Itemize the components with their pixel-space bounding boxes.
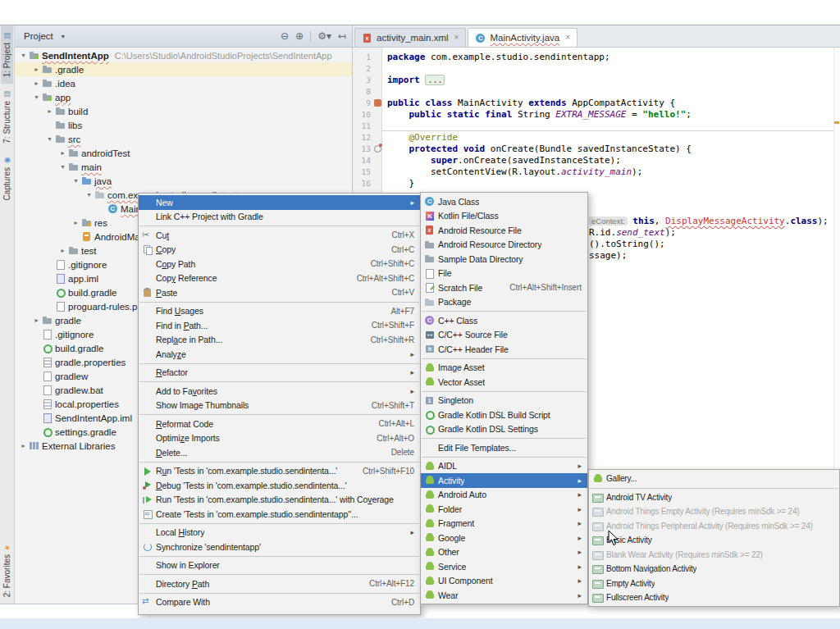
menu-item-android-tv-activity[interactable]: Android TV Activity	[589, 490, 839, 505]
warning-stripe-marker[interactable]	[834, 121, 839, 124]
menu-item-java-class[interactable]: Java Class	[421, 194, 587, 209]
menu-item-c-c-header-file[interactable]: C/C++ Header File	[421, 342, 587, 357]
close-tab-icon[interactable]: ×	[454, 34, 459, 42]
menu-item-basic-activity[interactable]: Basic Activity	[589, 533, 839, 548]
menu-item-c-c-source-file[interactable]: C/C++ Source File	[421, 328, 587, 343]
menu-item-show-in-explorer[interactable]: Show in Explorer	[139, 558, 420, 573]
menu-item-c-class[interactable]: C++ Class	[421, 313, 587, 328]
tree-item-sendintentapp[interactable]: ▾SendIntentAppC:\Users\Studio\AndroidStu…	[15, 48, 352, 62]
menu-item-android-auto[interactable]: Android Auto▸	[421, 488, 587, 503]
tree-item-androidtest[interactable]: ▸androidTest	[15, 146, 352, 160]
tab-activity-main-xml[interactable]: activity_main.xml×	[354, 28, 466, 47]
menu-item-vector-asset[interactable]: Vector Asset	[421, 375, 587, 390]
project-view-dropdown-icon[interactable]: ▾	[62, 33, 65, 40]
menu-item-reformat-code[interactable]: Reformat CodeCtrl+Alt+L	[139, 417, 420, 431]
menu-item-fragment[interactable]: Fragment▸	[421, 517, 587, 531]
menu-item-refactor[interactable]: Refactor▸	[139, 366, 420, 381]
tool-window-button-2-favorites[interactable]: 2: Favorites★	[1, 537, 13, 604]
tree-item-build[interactable]: ▸build	[15, 104, 352, 118]
tab-mainactivity-java[interactable]: MainActivity.java×	[468, 28, 578, 47]
menu-item-kotlin-file-class[interactable]: Kotlin File/Class	[421, 209, 587, 224]
chevron-right-icon[interactable]: ▸	[57, 149, 68, 157]
menu-item-find-usages[interactable]: Find UsagesAlt+F7	[139, 304, 420, 319]
tree-item-java[interactable]: ▾java	[15, 174, 352, 188]
collapse-all-icon[interactable]: ⊖	[281, 30, 289, 42]
chevron-right-icon[interactable]: ▸	[18, 442, 29, 449]
menu-item-activity[interactable]: Activity▸	[421, 473, 587, 488]
menu-item-edit-file-templates[interactable]: Edit File Templates...	[421, 440, 587, 455]
menu-item-directory-path[interactable]: Directory PathCtrl+Alt+F12	[139, 577, 420, 591]
menu-item-gradle-kotlin-dsl-build-script[interactable]: Gradle Kotlin DSL Build Script	[421, 408, 587, 422]
chevron-right-icon[interactable]: ▸	[71, 219, 81, 226]
menu-item-android-resource-directory[interactable]: Android Resource Directory	[421, 238, 587, 253]
chevron-down-icon[interactable]: ▾	[44, 135, 55, 143]
menu-item-gallery[interactable]: Gallery...	[589, 472, 839, 486]
hide-panel-icon[interactable]: ↤	[338, 30, 346, 42]
menu-item-sample-data-directory[interactable]: Sample Data Directory	[421, 252, 587, 267]
menu-item-fullscreen-activity[interactable]: Fullscreen Activity	[589, 590, 839, 605]
menu-item-copy[interactable]: CopyCtrl+C	[139, 243, 420, 258]
tree-item-idea[interactable]: ▸.idea	[15, 76, 352, 90]
chevron-right-icon[interactable]: ▸	[31, 80, 42, 87]
menu-item-package[interactable]: Package	[421, 295, 587, 310]
menu-item-cop-y-reference[interactable]: Copy ReferenceCtrl+Alt+Shift+C	[139, 271, 420, 286]
menu-item-r-un-tests-in-com-example-studio-sendintenta[interactable]: Run 'Tests in 'com.example.studio.sendin…	[139, 464, 420, 479]
menu-item-image-asset[interactable]: Image Asset	[421, 361, 587, 376]
menu-item-optimi-ze-imports[interactable]: Optimize ImportsCtrl+Alt+O	[139, 431, 420, 446]
menu-item-c-opy-path[interactable]: Copy PathCtrl+Shift+C	[139, 257, 420, 271]
menu-item-compare-with[interactable]: Compare WithCtrl+D	[139, 595, 420, 610]
tree-item-main[interactable]: ▾main	[15, 160, 352, 174]
chevron-right-icon[interactable]: ▸	[31, 317, 42, 324]
chevron-down-icon[interactable]: ▾	[84, 191, 94, 198]
close-tab-icon[interactable]: ×	[565, 34, 570, 42]
menu-item-find-in-path[interactable]: Find in Path...Ctrl+Shift+F	[139, 318, 420, 333]
menu-item-bottom-navigation-activity[interactable]: Bottom Navigation Activity	[589, 562, 839, 577]
chevron-down-icon[interactable]: ▾	[31, 93, 42, 101]
menu-item-repl-ace-in-path[interactable]: Replace in Path...Ctrl+Shift+R	[139, 333, 420, 348]
menu-item-scratch-file[interactable]: Scratch FileCtrl+Alt+Shift+Insert	[421, 280, 587, 295]
locate-file-icon[interactable]: ⊕	[295, 30, 304, 42]
menu-item-service[interactable]: Service▸	[421, 559, 587, 574]
chevron-down-icon[interactable]: ▾	[18, 52, 29, 59]
menu-item-aidl[interactable]: AIDL▸	[421, 459, 587, 474]
menu-item-file[interactable]: File	[421, 267, 587, 281]
menu-item-analy-ze[interactable]: Analyze▸	[139, 347, 420, 362]
menu-item-android-things-empty-activity-requires-minsdk-24[interactable]: Android Things Empty Activity (Requires …	[589, 504, 839, 519]
menu-item-blank-wear-activity-requires-minsdk-22[interactable]: Blank Wear Activity (Requires minSdk >= …	[589, 548, 839, 563]
chevron-down-icon[interactable]: ▾	[71, 177, 81, 185]
tree-item-src[interactable]: ▾src	[15, 132, 352, 146]
tree-item-gradle[interactable]: ▸.gradle	[15, 62, 352, 76]
menu-item-local-history[interactable]: Local History▸	[139, 526, 420, 540]
chevron-right-icon[interactable]: ▸	[57, 247, 68, 254]
chevron-right-icon[interactable]: ▸	[31, 66, 42, 73]
menu-item-android-resource-file[interactable]: Android Resource File	[421, 223, 587, 238]
menu-item-create-tests-in-com-example-studio-sendintentapp[interactable]: Create 'Tests in 'com.example.studio.sen…	[139, 507, 420, 522]
menu-item-add-to-fa-vorites[interactable]: Add to Favorites▸	[139, 384, 420, 399]
menu-item-singleton[interactable]: Singleton	[421, 394, 587, 408]
menu-item-delete[interactable]: Delete...Delete	[139, 445, 420, 460]
menu-item-other[interactable]: Other▸	[421, 545, 587, 560]
tool-window-button-captures[interactable]: Captures◉	[1, 150, 13, 207]
tree-item-app[interactable]: ▾app	[15, 90, 352, 104]
chevron-down-icon[interactable]: ▾	[57, 163, 68, 171]
menu-item-link-c-project-with-gradle[interactable]: Link C++ Project with Gradle	[139, 210, 420, 225]
menu-item-synchronize-sendintentapp[interactable]: Synchronize 'sendintentapp'	[139, 540, 420, 554]
menu-item-show-image-thumbnails[interactable]: Show Image ThumbnailsCtrl+Shift+T	[139, 399, 420, 413]
menu-item-run-tests-in-com-example-studio-sendintenta-with[interactable]: Run 'Tests in 'com.example.studio.sendin…	[139, 493, 420, 508]
settings-gear-icon[interactable]: ⚙▾	[317, 30, 331, 42]
menu-item-ui-component[interactable]: UI Component▸	[421, 574, 587, 589]
tree-item-libs[interactable]: libs	[15, 118, 352, 132]
menu-item-wear[interactable]: Wear▸	[421, 588, 587, 603]
tool-window-button-7-structure[interactable]: 7: Structure▤	[1, 84, 13, 150]
menu-item-android-things-peripheral-activity-requires-mins[interactable]: Android Things Peripheral Activity (Requ…	[589, 519, 839, 534]
menu-item-folder[interactable]: Folder▸	[421, 502, 587, 517]
tool-window-button-1-project[interactable]: 1: Project▤	[1, 25, 13, 84]
menu-item-gradle-kotlin-dsl-settings[interactable]: Gradle Kotlin DSL Settings	[421, 422, 587, 437]
menu-item-new[interactable]: New▸	[139, 195, 420, 210]
menu-item-paste[interactable]: PasteCtrl+V	[139, 285, 420, 300]
menu-item-debug-tests-in-com-example-studio-sendintenta[interactable]: Debug 'Tests in 'com.example.studio.send…	[139, 478, 420, 493]
menu-item-cu-t[interactable]: CutCtrl+X	[139, 228, 420, 243]
chevron-right-icon[interactable]: ▸	[44, 107, 55, 115]
menu-item-empty-activity[interactable]: Empty Activity	[589, 577, 839, 591]
menu-item-google[interactable]: Google▸	[421, 531, 587, 545]
